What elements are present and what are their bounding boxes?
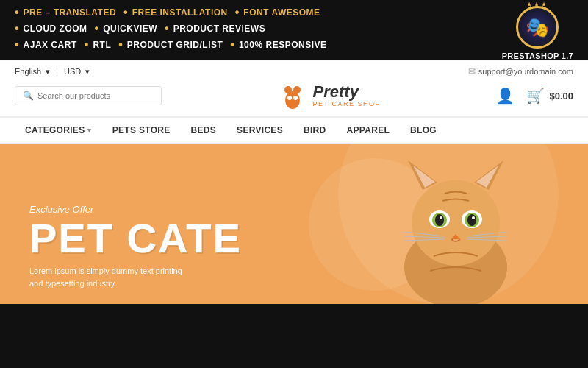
hero-description: Lorem ipsum is simply dummy text printin… [29,265,191,289]
nav-bird[interactable]: BIRD [293,118,337,143]
banner-row-2: • CLOUD ZOOM • QUICKVIEW • PRODUCT REVIE… [15,22,573,35]
lang-currency-selector[interactable]: English ▾ | USD ▾ [15,67,90,77]
currency-chevron: ▾ [85,67,90,77]
logo-icon [278,81,307,110]
logo-tagline: Pet Care Shop [313,100,381,107]
feature-free-installation: FREE INSTALLATION [132,7,228,18]
search-input[interactable] [37,91,154,100]
banner-item-2: • FREE INSTALLATION [123,6,228,19]
feature-product-grid: PRODUCT GRID/LIST [127,40,223,50]
svg-point-16 [467,214,476,226]
banner-item-5: • QUICKVIEW [95,22,157,35]
nav-services[interactable]: SERVICES [226,118,293,143]
feature-responsive: 100% RESPONSIVE [239,40,327,50]
feature-quickview: QUICKVIEW [103,24,157,34]
bullet-1: • [15,6,19,19]
svg-point-3 [287,96,292,100]
banner-item-10: • 100% RESPONSIVE [230,38,326,52]
nav-services-label: SERVICES [237,125,283,135]
nav-beds-label: BEDS [191,125,217,135]
cat-illustration [382,149,529,304]
bullet-2: • [123,6,128,19]
banner-item-9: • PRODUCT GRID/LIST [118,38,223,52]
email-address: support@yourdomain.com [478,67,573,76]
logo[interactable]: Pretty Pet Care Shop [278,81,381,110]
account-icon[interactable]: 👤 [496,87,514,105]
nav-apparel[interactable]: APPAREL [337,118,401,143]
banner-item-8: • RTL [85,38,111,52]
cart-area[interactable]: 🛒 $0.00 [526,87,573,105]
nav-categories[interactable]: CATEGORIES ▾ [15,118,102,143]
nav-bird-label: BIRD [304,125,326,135]
bullet-3: • [235,6,240,19]
search-box[interactable]: 🔍 [15,86,162,105]
nav-pets-store-label: PETS STORE [112,125,171,135]
badge-circle: 🎭 [516,6,559,49]
cart-price: $0.00 [549,91,573,102]
header-top-row: English ▾ | USD ▾ ✉ support@yourdomain.c… [15,66,573,77]
nav-blog-label: BLOG [410,125,437,135]
feature-pre-translated: PRE – TRANSLATED [24,7,116,18]
bullet-5: • [95,22,99,35]
hero-section: Exclusive Offer PET CATE Lorem ipsum is … [0,144,588,304]
nav-categories-label: CATEGORIES [25,125,85,135]
svg-point-18 [472,216,475,219]
hero-content: Exclusive Offer PET CATE Lorem ipsum is … [29,204,242,289]
bullet-10: • [230,38,234,52]
logo-text: Pretty Pet Care Shop [313,84,381,107]
search-icon: 🔍 [23,91,34,101]
prestashop-badge: 🎭 PRESTASHOP 1.7 [502,6,573,60]
banner-item-6: • PRODUCT REVIEWS [165,22,265,35]
header: English ▾ | USD ▾ ✉ support@yourdomain.c… [0,60,588,117]
feature-font-awesome: FONT AWESOME [243,7,320,18]
header-actions: 👤 🛒 $0.00 [496,87,573,105]
chevron-down-icon: ▾ [87,127,91,134]
nav-pets-store[interactable]: PETS STORE [102,118,181,143]
cart-icon-wrap[interactable]: 🛒 [526,87,545,105]
svg-point-15 [435,214,444,226]
support-email: ✉ support@yourdomain.com [468,66,573,77]
bullet-7: • [15,38,19,52]
badge-emoji: 🎭 [526,16,549,39]
badge-label: PRESTASHOP 1.7 [502,52,573,60]
header-main-row: 🔍 Pretty Pet Care Shop 👤 🛒 [15,81,573,110]
mail-icon: ✉ [468,66,476,77]
feature-cloud-zoom: CLOUD ZOOM [24,24,87,34]
logo-name: Pretty [313,84,381,100]
separator: | [56,67,58,76]
feature-rtl: RTL [93,40,111,50]
nav-blog[interactable]: BLOG [400,118,447,143]
svg-point-17 [440,216,442,219]
svg-point-4 [293,96,298,100]
banner-item-4: • CLOUD ZOOM [15,22,87,35]
navigation-bar: CATEGORIES ▾ PETS STORE BEDS SERVICES BI… [0,117,588,144]
currency-label[interactable]: USD [64,67,81,76]
banner-item-7: • AJAX CART [15,38,77,52]
bullet-9: • [118,38,123,52]
cat-svg [382,149,529,304]
bullet-8: • [85,38,89,52]
language-label[interactable]: English [15,67,41,76]
banner-item-1: • PRE – TRANSLATED [15,6,116,19]
hero-offer-label: Exclusive Offer [29,204,242,215]
bullet-4: • [15,22,19,35]
banner-row-1: • PRE – TRANSLATED • FREE INSTALLATION •… [15,6,573,19]
language-chevron: ▾ [46,67,50,77]
nav-apparel-label: APPAREL [347,125,390,135]
banner-item-3: • FONT AWESOME [235,6,320,19]
banner-row-3: • AJAX CART • RTL • PRODUCT GRID/LIST • … [15,38,573,52]
feature-ajax-cart: AJAX CART [24,40,77,50]
svg-point-2 [285,91,300,109]
top-banner: • PRE – TRANSLATED • FREE INSTALLATION •… [0,0,588,60]
bullet-6: • [165,22,169,35]
hero-title: PET CATE [29,218,242,259]
nav-beds[interactable]: BEDS [181,118,227,143]
cart-icon[interactable]: 🛒 [526,88,545,104]
feature-product-reviews: PRODUCT REVIEWS [173,24,266,34]
